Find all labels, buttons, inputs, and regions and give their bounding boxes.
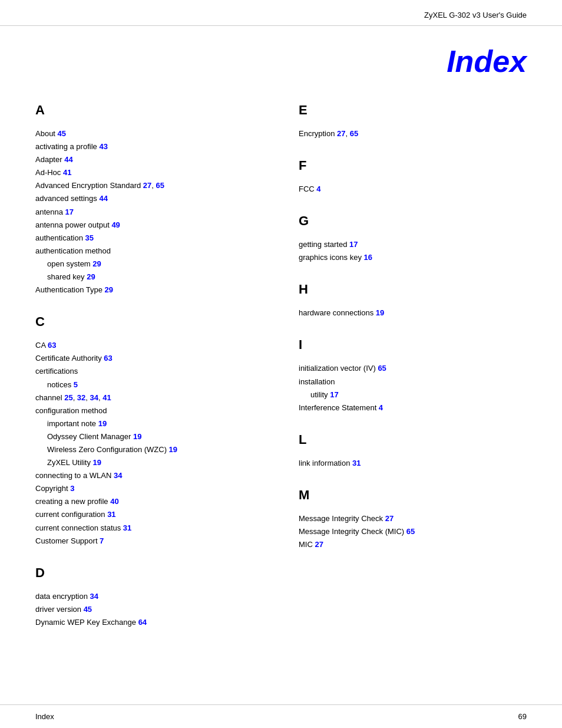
entry-data-encryption: data encryption 34	[35, 590, 263, 603]
section-h: H hardware connections 19	[299, 282, 527, 319]
link-mic-65[interactable]: 65	[406, 527, 415, 536]
section-c: C CA 63 Certificate Authority 63 certifi…	[35, 314, 263, 548]
link-antenna-power-49[interactable]: 49	[111, 220, 120, 229]
link-shared-key-29[interactable]: 29	[87, 272, 95, 281]
page-footer: Index 69	[0, 704, 562, 728]
link-hardware-connections-19[interactable]: 19	[376, 308, 384, 317]
section-letter-i: I	[299, 337, 527, 355]
entry-mic2: Message Integrity Check (MIC) 65	[299, 525, 527, 538]
entry-adapter: Adapter 44	[35, 153, 263, 166]
link-current-config-31[interactable]: 31	[107, 510, 115, 519]
link-channel-34[interactable]: 34	[90, 393, 98, 402]
entry-odyssey: Odyssey Client Manager 19	[35, 430, 263, 443]
entry-antenna-power: antenna power output 49	[35, 219, 263, 232]
section-letter-e: E	[299, 103, 527, 120]
entry-copyright: Copyright 3	[35, 482, 263, 495]
section-letter-a: A	[35, 103, 263, 120]
link-interference-4[interactable]: 4	[379, 403, 383, 412]
link-about-45[interactable]: 45	[58, 129, 66, 138]
section-l-entries: link information 31	[299, 457, 527, 470]
entry-zyxel-utility: ZyXEL Utility 19	[35, 456, 263, 469]
section-d: D data encryption 34 driver version 45 D…	[35, 565, 263, 629]
entry-connecting-wlan: connecting to a WLAN 34	[35, 469, 263, 482]
entry-activating-profile: activating a profile 43	[35, 140, 263, 153]
link-graphics-icons-16[interactable]: 16	[364, 253, 372, 262]
link-ca-63[interactable]: 63	[48, 341, 56, 350]
link-driver-version-45[interactable]: 45	[84, 605, 92, 614]
link-dynamic-wep-64[interactable]: 64	[138, 618, 147, 627]
link-fcc-4[interactable]: 4	[316, 185, 320, 193]
entry-fcc: FCC 4	[299, 183, 527, 196]
link-adapter-44[interactable]: 44	[64, 155, 72, 164]
link-advanced-44[interactable]: 44	[99, 194, 107, 203]
link-channel-41[interactable]: 41	[103, 393, 111, 402]
page-container: ZyXEL G-302 v3 User's Guide Index A Abou…	[0, 0, 562, 728]
link-auth-35[interactable]: 35	[85, 233, 94, 242]
link-open-system-29[interactable]: 29	[92, 259, 101, 268]
link-utility-17[interactable]: 17	[330, 390, 338, 399]
link-getting-started-17[interactable]: 17	[349, 240, 358, 249]
link-channel-32[interactable]: 32	[77, 393, 85, 402]
left-column: A About 45 activating a profile 43 Adapt…	[35, 103, 275, 647]
link-aes-27[interactable]: 27	[143, 181, 151, 190]
section-letter-h: H	[299, 282, 527, 299]
entry-utility: utility 17	[299, 388, 527, 401]
section-h-entries: hardware connections 19	[299, 307, 527, 319]
entry-antenna: antenna 17	[35, 206, 263, 219]
link-adhoc-41[interactable]: 41	[63, 168, 71, 177]
entry-interference: Interference Statement 4	[299, 401, 527, 414]
entry-authentication: authentication 35	[35, 232, 263, 245]
entry-certifications: certifications	[35, 365, 263, 378]
index-title: Index	[447, 44, 527, 78]
link-notices-5[interactable]: 5	[74, 380, 78, 389]
section-a-entries: About 45 activating a profile 43 Adapter…	[35, 127, 263, 297]
entry-link-information: link information 31	[299, 457, 527, 470]
entry-about: About 45	[35, 127, 263, 140]
section-i: I initialization vector (IV) 65 installa…	[299, 337, 527, 414]
link-important-note-19[interactable]: 19	[98, 419, 107, 428]
link-copyright-3[interactable]: 3	[70, 484, 74, 493]
link-creating-profile-40[interactable]: 40	[110, 497, 118, 506]
entry-auth-method: authentication method	[35, 245, 263, 258]
link-connecting-wlan-34[interactable]: 34	[114, 471, 122, 480]
link-customer-support-7[interactable]: 7	[100, 536, 104, 545]
section-l: L link information 31	[299, 432, 527, 470]
section-d-entries: data encryption 34 driver version 45 Dyn…	[35, 590, 263, 629]
entry-wzc: Wireless Zero Configuration (WZC) 19	[35, 443, 263, 456]
section-c-entries: CA 63 Certificate Authority 63 certifica…	[35, 339, 263, 548]
link-aes-65[interactable]: 65	[156, 181, 164, 190]
link-current-conn-31[interactable]: 31	[123, 523, 131, 532]
entry-ca: CA 63	[35, 339, 263, 352]
section-letter-f: F	[299, 158, 527, 176]
section-letter-c: C	[35, 314, 263, 332]
section-e: E Encryption 27, 65	[299, 103, 527, 140]
link-auth-type-29[interactable]: 29	[105, 285, 113, 294]
page-header: ZyXEL G-302 v3 User's Guide	[0, 0, 562, 26]
link-wzc-19[interactable]: 19	[169, 445, 177, 454]
section-a: A About 45 activating a profile 43 Adapt…	[35, 103, 263, 297]
link-mic-27[interactable]: 27	[385, 514, 394, 523]
link-channel-25[interactable]: 25	[64, 393, 72, 402]
entry-mic1: Message Integrity Check 27	[299, 512, 527, 525]
link-zyxel-utility-19[interactable]: 19	[93, 458, 101, 467]
link-activating-43[interactable]: 43	[99, 142, 107, 151]
entry-advanced-settings: advanced settings 44	[35, 192, 263, 205]
footer-right: 69	[518, 712, 527, 721]
entry-creating-profile: creating a new profile 40	[35, 495, 263, 508]
link-link-info-31[interactable]: 31	[352, 459, 361, 467]
entry-installation: installation	[299, 375, 527, 388]
section-e-entries: Encryption 27, 65	[299, 127, 527, 140]
link-cert-authority-63[interactable]: 63	[104, 354, 112, 363]
link-odyssey-19[interactable]: 19	[133, 432, 141, 441]
entry-config-method: configuration method	[35, 404, 263, 417]
link-encryption-65[interactable]: 65	[350, 129, 358, 138]
entry-driver-version: driver version 45	[35, 603, 263, 616]
link-antenna-17[interactable]: 17	[65, 207, 74, 216]
link-mic3-27[interactable]: 27	[315, 540, 323, 549]
entry-cert-authority: Certificate Authority 63	[35, 352, 263, 365]
link-iv-65[interactable]: 65	[378, 364, 386, 373]
link-encryption-27[interactable]: 27	[337, 129, 345, 138]
section-letter-l: L	[299, 432, 527, 450]
entry-getting-started: getting started 17	[299, 238, 527, 251]
link-data-encryption-34[interactable]: 34	[90, 592, 98, 601]
